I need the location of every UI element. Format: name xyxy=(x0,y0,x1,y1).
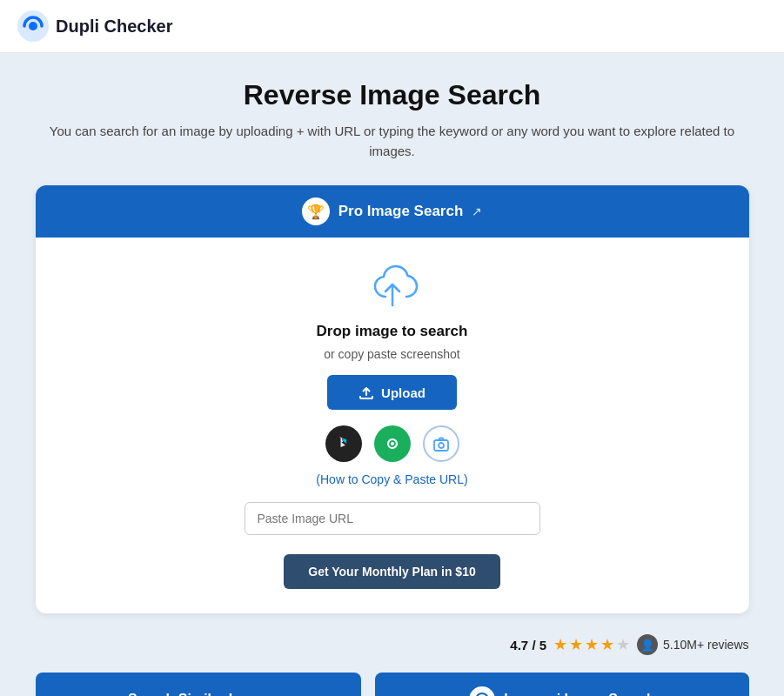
star-1: ★ xyxy=(553,635,567,654)
drop-image-subtitle: or copy paste screenshot xyxy=(324,347,459,361)
lenso-logo xyxy=(469,686,495,696)
star-3: ★ xyxy=(585,635,599,654)
page-title: Reverse Image Search xyxy=(35,79,749,111)
pro-label: Pro Image Search xyxy=(338,203,464,220)
search-similar-button[interactable]: Search Similar Image xyxy=(36,673,362,696)
svg-point-6 xyxy=(439,443,444,448)
main-content: Reverse Image Search You can search for … xyxy=(0,53,784,696)
pro-icon: 🏆 xyxy=(302,197,330,225)
search-engine-icons xyxy=(325,425,459,462)
bottom-buttons: Search Similar Image Lenso.ai Image Sear… xyxy=(36,673,749,696)
star-rating: ★ ★ ★ ★ ★ xyxy=(553,635,630,654)
reviews-badge: 👤 5.10M+ reviews xyxy=(637,634,748,655)
svg-point-4 xyxy=(391,442,394,445)
star-2: ★ xyxy=(569,635,583,654)
header: Dupli Checker xyxy=(0,0,784,53)
reviews-count: 5.10M+ reviews xyxy=(663,638,748,652)
rating-score: 4.7 / 5 xyxy=(510,638,546,652)
external-link-icon: ↗ xyxy=(472,204,482,218)
drop-image-title: Drop image to search xyxy=(317,323,468,340)
page-subtitle: You can search for an image by uploading… xyxy=(35,122,749,161)
duplichecker-logo-icon xyxy=(17,10,49,42)
copy-paste-link[interactable]: (How to Copy & Paste URL) xyxy=(316,472,467,486)
cloud-upload-icon xyxy=(365,264,420,312)
upload-button[interactable]: Upload xyxy=(327,375,457,410)
upload-area: Drop image to search or copy paste scree… xyxy=(36,238,749,613)
url-input[interactable] xyxy=(245,502,540,535)
star-4: ★ xyxy=(600,635,614,654)
pro-banner[interactable]: 🏆 Pro Image Search ↗ xyxy=(36,185,749,238)
star-5: ★ xyxy=(616,635,630,654)
bing-icon[interactable] xyxy=(325,425,362,462)
lenso-label: Lenso.ai Image Search xyxy=(504,692,654,696)
svg-rect-5 xyxy=(434,440,448,451)
svg-point-1 xyxy=(29,22,37,30)
monthly-plan-button[interactable]: Get Your Monthly Plan in $10 xyxy=(284,554,499,589)
tool-card: 🏆 Pro Image Search ↗ Drop image to searc… xyxy=(36,185,749,613)
google-lens-icon[interactable] xyxy=(374,425,411,462)
logo-text: Dupli Checker xyxy=(56,17,172,37)
camera-icon[interactable] xyxy=(423,425,459,462)
upload-icon xyxy=(358,385,374,400)
lenso-button[interactable]: Lenso.ai Image Search xyxy=(375,673,748,696)
user-avatar-icon: 👤 xyxy=(637,634,658,655)
rating-row: 4.7 / 5 ★ ★ ★ ★ ★ 👤 5.10M+ reviews xyxy=(36,634,749,655)
